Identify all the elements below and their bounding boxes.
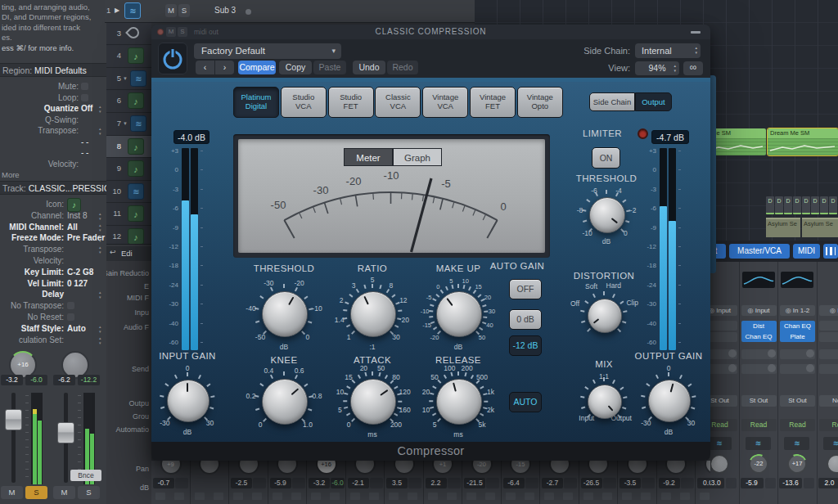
redo-button[interactable]: Redo	[387, 61, 418, 74]
region-row-value[interactable]: Off	[81, 104, 92, 113]
pan-knob[interactable]	[277, 461, 298, 475]
track-row-4[interactable]: 4♪	[106, 45, 151, 68]
drum-pad[interactable]: D	[829, 196, 837, 214]
pan-knob[interactable]: -15	[510, 461, 531, 475]
window-minimize-button[interactable]	[691, 31, 701, 34]
stepper-icon[interactable]: ▴ ▾	[99, 211, 101, 221]
pan-knob[interactable]	[199, 461, 220, 475]
region-row-checkbox[interactable]	[81, 94, 88, 101]
fx-slot[interactable]: DistChan EQ	[741, 321, 777, 342]
play-icon[interactable]: ▶	[115, 7, 119, 14]
track-row-11[interactable]: 11♪	[106, 203, 151, 226]
drum-pad[interactable]: D	[793, 196, 801, 214]
model-tab-vintage-vca[interactable]: VintageVCA	[422, 87, 468, 118]
stepper-icon[interactable]: ▴ ▾	[99, 335, 101, 345]
empty-send-slot[interactable]	[819, 349, 838, 359]
auto-gain-off-button[interactable]: OFF	[509, 279, 542, 299]
mute-button[interactable]: M	[1, 486, 23, 499]
pan-knob[interactable]	[354, 461, 376, 475]
pan-knob[interactable]	[705, 461, 711, 475]
view-zoom-selector[interactable]: 94% ▴ ▾	[635, 61, 679, 75]
track-row-3[interactable]: 3	[106, 23, 151, 46]
mute-button[interactable]: M	[165, 4, 177, 17]
model-tab-platinum-digital[interactable]: PlatinumDigital	[233, 87, 279, 118]
waveform-button[interactable]: ≋	[823, 437, 838, 450]
solo-button[interactable]: S	[25, 486, 47, 499]
limiter-on-button[interactable]: ON	[592, 147, 620, 169]
pan-knob[interactable]: -20	[471, 461, 493, 475]
waveform-button[interactable]: ≋	[746, 437, 771, 450]
disclosure-triangle-icon[interactable]: ▼	[123, 121, 128, 126]
pan-knob[interactable]: +16	[316, 461, 337, 475]
input-slot[interactable]: ◎ In 1-2	[780, 305, 815, 316]
fader-cap[interactable]	[5, 409, 22, 430]
power-button[interactable]	[158, 43, 187, 74]
waveform-button[interactable]: ≋	[784, 437, 809, 450]
fader-cap[interactable]	[57, 422, 74, 443]
stepper-icon[interactable]: ▴ ▾	[99, 223, 101, 232]
preset-next-button[interactable]: ›	[215, 61, 234, 74]
pan-knob[interactable]	[588, 461, 609, 475]
track-icon-swatch[interactable]: ♪	[67, 198, 81, 212]
auto-gain-0db-button[interactable]: 0 dB	[509, 309, 542, 330]
drum-pad[interactable]: D	[784, 196, 792, 214]
pan-knob[interactable]	[827, 454, 838, 474]
drum-pad[interactable]: D	[766, 196, 774, 214]
automation-slot[interactable]: Read	[780, 419, 815, 431]
track-row-value[interactable]: Inst 8	[67, 211, 87, 220]
region-row-checkbox[interactable]	[81, 83, 88, 90]
compare-button[interactable]: Compare	[238, 61, 276, 74]
model-tab-studio-fet[interactable]: StudioFET	[328, 87, 374, 118]
drum-pad[interactable]: D	[775, 196, 783, 214]
empty-fx-slot[interactable]	[819, 332, 838, 342]
link-button[interactable]: ∞	[683, 61, 703, 75]
pan-knob[interactable]: +9	[160, 461, 182, 475]
undo-button[interactable]: Undo	[353, 61, 385, 74]
track-row-checkbox[interactable]	[67, 302, 74, 309]
pan-knob[interactable]	[549, 461, 570, 475]
region-row-more[interactable]: More	[2, 170, 20, 179]
side-chain-selector[interactable]: Internal ▴ ▾	[635, 43, 701, 58]
pan-knob[interactable]	[394, 461, 415, 475]
track-row-value[interactable]: All	[67, 223, 78, 232]
drum-pad[interactable]: D	[820, 196, 828, 214]
pan-knob[interactable]: -22	[746, 452, 771, 477]
output-slot[interactable]: No	[819, 395, 838, 407]
track-row-5[interactable]: 5▼≋	[106, 68, 151, 91]
input-slot[interactable]: ◎ In	[819, 305, 838, 316]
auto-release-button[interactable]: AUTO	[509, 392, 542, 412]
midi-region-2[interactable]: Dream Me SM	[768, 128, 838, 155]
drum-pad[interactable]: D	[811, 196, 819, 214]
stepper-icon[interactable]: ▴ ▾	[99, 126, 101, 136]
display-tab-meter[interactable]: Meter	[344, 148, 393, 166]
disclosure-triangle-icon[interactable]: ▼	[123, 76, 128, 81]
empty-fx-slot[interactable]	[819, 321, 838, 331]
model-tab-studio-vca[interactable]: StudioVCA	[281, 87, 327, 118]
input-slot[interactable]: ◎ Input	[741, 305, 777, 316]
copy-button[interactable]: Copy	[279, 61, 312, 74]
fx-slot[interactable]: Chan EQPlate	[780, 321, 815, 342]
mixer-tab-midi[interactable]: MIDI	[793, 244, 820, 259]
pan-knob[interactable]	[238, 461, 259, 475]
preset-prev-button[interactable]: ‹	[196, 61, 214, 74]
automation-slot[interactable]: Read	[741, 419, 777, 431]
pan-knob[interactable]: +17	[785, 452, 810, 477]
paste-button[interactable]: Paste	[313, 61, 346, 74]
output-slot[interactable]: St Out	[780, 395, 815, 407]
pan-knob[interactable]	[627, 461, 648, 475]
editor-tab[interactable]: Edi	[121, 249, 133, 258]
take-region[interactable]: Asylum Se	[802, 218, 838, 237]
empty-send-slot[interactable]	[819, 364, 838, 374]
eq-thumbnail[interactable]	[781, 272, 813, 288]
track-row-value[interactable]: Auto	[67, 324, 86, 333]
model-tab-classic-vca[interactable]: ClassicVCA	[375, 87, 421, 118]
track-row-9[interactable]: 9♪	[106, 158, 151, 181]
track-row-6[interactable]: 6♪	[106, 90, 151, 113]
pan-knob[interactable]	[710, 454, 729, 474]
solo-button[interactable]: S	[178, 4, 190, 17]
mute-button[interactable]: M	[53, 486, 75, 499]
stepper-icon[interactable]: ▴ ▾	[99, 290, 101, 299]
routing-output-button[interactable]: Output	[635, 92, 672, 111]
track-row-12[interactable]: 12♪	[106, 226, 151, 245]
display-tab-graph[interactable]: Graph	[393, 148, 442, 166]
